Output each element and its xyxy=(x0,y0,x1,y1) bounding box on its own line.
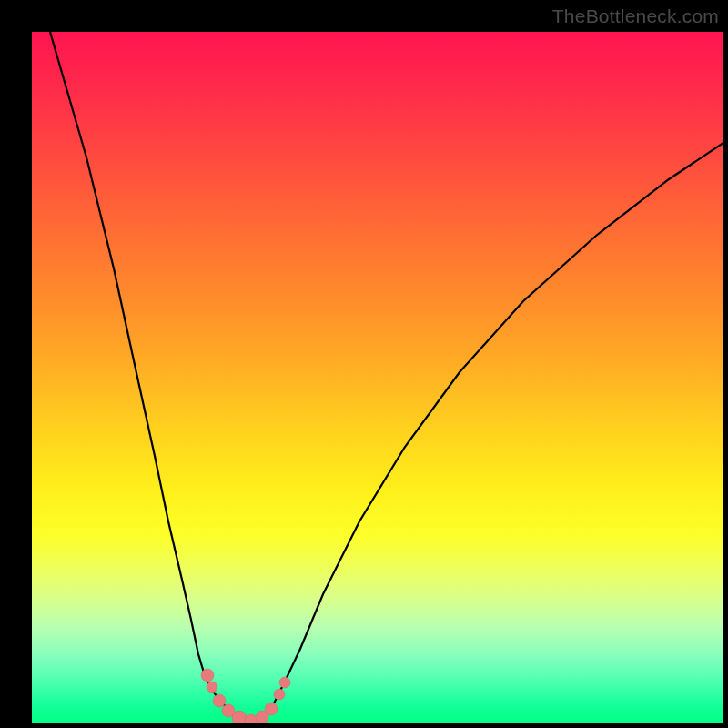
valley-marker xyxy=(213,694,226,707)
valley-marker xyxy=(245,714,258,723)
bottleneck-curve xyxy=(50,32,723,722)
watermark-text: TheBottleneck.com xyxy=(552,5,719,27)
chart-plot-area xyxy=(32,32,723,723)
valley-marker xyxy=(274,689,285,700)
valley-marker xyxy=(207,682,217,693)
chart-overlay-svg xyxy=(32,32,723,723)
valley-marker xyxy=(232,711,247,723)
valley-marker xyxy=(201,669,214,682)
valley-marker xyxy=(279,677,290,688)
valley-marker xyxy=(265,703,278,715)
